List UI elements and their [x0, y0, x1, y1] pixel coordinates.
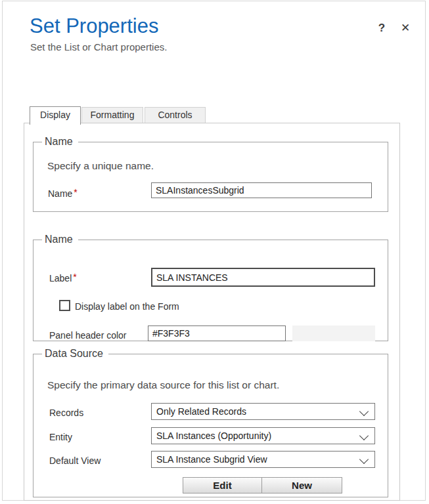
entity-select[interactable]: SLA Instances (Opportunity) — [151, 427, 375, 444]
label-input[interactable] — [151, 268, 375, 287]
name-section-legend: Name — [42, 136, 78, 148]
default-view-select-value: SLA Instance Subgrid View — [156, 454, 267, 465]
panel-header-color-swatch — [292, 326, 375, 341]
edit-button[interactable]: Edit — [183, 477, 262, 494]
default-view-label: Default View — [49, 455, 101, 466]
tab-controls[interactable]: Controls — [145, 107, 206, 123]
help-icon[interactable]: ? — [373, 20, 390, 36]
data-source-legend: Data Source — [42, 348, 108, 360]
records-label: Records — [49, 408, 83, 418]
name-field-label: Name* — [48, 188, 78, 199]
default-view-select[interactable]: SLA Instance Subgrid View — [151, 451, 375, 468]
display-label-checkbox-label: Display label on the Form — [75, 301, 179, 312]
tab-display[interactable]: Display — [30, 106, 81, 125]
close-icon[interactable]: ✕ — [397, 20, 414, 36]
name-input[interactable] — [151, 182, 372, 198]
label-section: Name Label* Display label on the Form Pa… — [33, 234, 388, 341]
entity-select-value: SLA Instances (Opportunity) — [156, 430, 271, 441]
set-properties-dialog: Set Properties Set the List or Chart pro… — [0, 0, 429, 504]
entity-label: Entity — [49, 432, 72, 442]
page-title: Set Properties — [30, 14, 158, 38]
chevron-down-icon — [359, 431, 369, 440]
name-section: Name Specify a unique name. Name* — [33, 136, 388, 212]
label-field-label: Label* — [49, 273, 77, 284]
data-source-description: Specify the primary data source for this… — [47, 379, 279, 391]
chevron-down-icon — [359, 407, 369, 416]
records-select-value: Only Related Records — [156, 406, 246, 417]
tab-formatting[interactable]: Formatting — [81, 107, 143, 123]
name-section-description: Specify a unique name. — [47, 160, 154, 172]
new-button[interactable]: New — [261, 477, 342, 494]
panel-header-color-label: Panel header color — [49, 330, 127, 341]
label-section-legend: Name — [42, 234, 78, 245]
chevron-down-icon — [359, 455, 369, 464]
display-label-checkbox[interactable] — [59, 300, 70, 311]
required-asterisk: * — [73, 272, 76, 282]
required-asterisk: * — [74, 187, 77, 198]
panel-header-color-input[interactable] — [148, 326, 286, 341]
records-select[interactable]: Only Related Records — [151, 403, 375, 420]
data-source-section: Data Source Specify the primary data sou… — [33, 348, 388, 497]
page-subtitle: Set the List or Chart properties. — [30, 41, 167, 52]
